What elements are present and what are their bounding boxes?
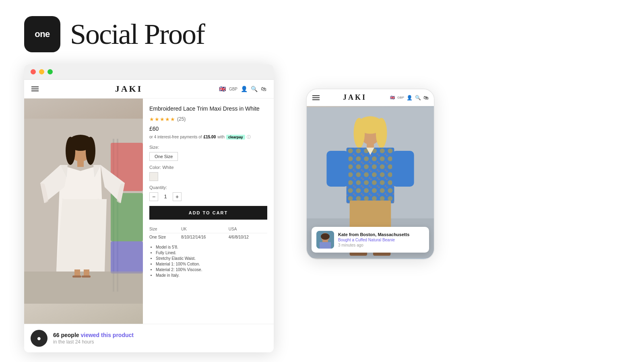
uk-col-header: UK bbox=[181, 225, 229, 233]
clearpay-with: with bbox=[217, 135, 225, 139]
browser-chrome bbox=[24, 64, 274, 80]
social-proof-bar: ● 66 people viewed this product in the l… bbox=[24, 324, 274, 352]
product-bullets: Model is 5'8. Fully Lined. Stretchy Elas… bbox=[149, 245, 267, 278]
quantity-row: − 1 + bbox=[149, 192, 267, 201]
sp-avatar-icon: ● bbox=[37, 334, 41, 343]
bullet-1: Model is 5'8. bbox=[156, 245, 267, 249]
minimize-dot bbox=[39, 69, 44, 74]
gbp-label: GBP bbox=[229, 87, 237, 91]
size-col-header: Size bbox=[149, 225, 181, 233]
mobile-user-icon[interactable]: 👤 bbox=[407, 95, 413, 101]
store-header-right: 🇬🇧 GBP 👤 🔍 🛍 bbox=[219, 86, 266, 92]
svg-rect-34 bbox=[326, 151, 348, 187]
mobile-sp-time: 3 minutes ago bbox=[338, 243, 409, 247]
product-title: Embroidered Lace Trim Maxi Dress in Whit… bbox=[149, 105, 267, 113]
bullet-3: Stretchy Elastic Waist. bbox=[156, 256, 267, 261]
cart-icon[interactable]: 🛍 bbox=[261, 86, 266, 92]
user-icon[interactable]: 👤 bbox=[241, 86, 248, 92]
color-swatch-white[interactable] bbox=[149, 172, 158, 181]
mobile-sp-name: Kate from Boston, Massachusetts bbox=[338, 232, 409, 237]
star-rating: ★★★★★ bbox=[149, 116, 175, 122]
store-header: JAKI 🇬🇧 GBP 👤 🔍 🛍 bbox=[24, 80, 274, 99]
quantity-decrease-button[interactable]: − bbox=[149, 192, 158, 201]
search-icon[interactable]: 🔍 bbox=[251, 86, 258, 92]
usa-col-header: USA bbox=[229, 225, 267, 233]
clearpay-badge: clearpay bbox=[226, 135, 245, 140]
size-cell: One Size bbox=[149, 233, 181, 241]
quantity-increase-button[interactable]: + bbox=[173, 192, 182, 201]
maximize-dot bbox=[47, 69, 53, 74]
bullet-5: Material 2: 100% Viscose. bbox=[156, 267, 267, 272]
color-label: Color: White bbox=[149, 165, 267, 170]
mobile-search-icon[interactable]: 🔍 bbox=[415, 95, 421, 101]
hamburger-menu[interactable] bbox=[31, 86, 39, 91]
product-image bbox=[24, 99, 143, 324]
size-button[interactable]: One Size bbox=[149, 152, 178, 161]
svg-rect-18 bbox=[72, 276, 81, 278]
svg-rect-45 bbox=[320, 242, 331, 249]
svg-point-10 bbox=[86, 137, 95, 165]
mobile-store-logo: JAKI bbox=[320, 93, 390, 102]
size-table-row: One Size 8/10/12/14/16 4/6/8/10/12 bbox=[149, 233, 267, 241]
mobile-flag-icon: 🇬🇧 bbox=[390, 95, 395, 100]
mobile-sp-info: Kate from Boston, Massachusetts Bought a… bbox=[338, 232, 409, 247]
clearpay-text: or 4 interest-free payments of bbox=[149, 135, 202, 139]
product-details: Embroidered Lace Trim Maxi Dress in Whit… bbox=[143, 99, 274, 324]
mobile-hamburger[interactable] bbox=[312, 95, 320, 100]
desktop-browser-mockup: JAKI 🇬🇧 GBP 👤 🔍 🛍 bbox=[24, 64, 274, 352]
sp-avatar: ● bbox=[31, 330, 47, 347]
product-area: Embroidered Lace Trim Maxi Dress in Whit… bbox=[24, 99, 274, 324]
sp-text-block: 66 people viewed this product in the las… bbox=[53, 332, 134, 345]
store-logo: JAKI bbox=[39, 84, 219, 94]
svg-rect-5 bbox=[111, 241, 143, 274]
mobile-sp-avatar bbox=[316, 231, 334, 249]
clearpay-info-icon[interactable]: ⓘ bbox=[247, 134, 251, 140]
quantity-label: Quantity: bbox=[149, 185, 267, 190]
main-content: JAKI 🇬🇧 GBP 👤 🔍 🛍 bbox=[0, 60, 644, 352]
svg-point-24 bbox=[354, 118, 365, 148]
product-price: £60 bbox=[149, 125, 267, 132]
flag-icon: 🇬🇧 bbox=[219, 86, 226, 92]
svg-rect-19 bbox=[82, 276, 91, 278]
clearpay-amount: £15.00 bbox=[204, 135, 216, 139]
mobile-header-right: 🇬🇧 GBP 👤 🔍 🛍 bbox=[390, 95, 428, 101]
svg-rect-28 bbox=[347, 148, 394, 203]
bullet-2: Fully Lined. bbox=[156, 251, 267, 255]
bullet-4: Material 1: 100% Cotton. bbox=[156, 262, 267, 266]
svg-point-25 bbox=[376, 118, 387, 148]
clearpay-row: or 4 interest-free payments of £15.00 wi… bbox=[149, 134, 267, 140]
app-logo-icon: one bbox=[24, 16, 60, 52]
stars-row: ★★★★★ (25) bbox=[149, 116, 267, 122]
svg-point-43 bbox=[321, 233, 330, 240]
add-to-cart-button[interactable]: ADD TO CART bbox=[149, 206, 267, 220]
svg-point-9 bbox=[66, 137, 75, 165]
product-image-container bbox=[24, 99, 143, 324]
mobile-product-image: Kate from Boston, Massachusetts Bought a… bbox=[307, 106, 434, 259]
uk-cell: 8/10/12/14/16 bbox=[181, 233, 229, 241]
quantity-value: 1 bbox=[162, 193, 169, 200]
size-table: Size UK USA One Size 8/10/12/14/16 4/6/8… bbox=[149, 225, 267, 241]
sp-count: 66 people bbox=[53, 332, 79, 338]
svg-rect-35 bbox=[392, 151, 414, 187]
store-header-left bbox=[31, 86, 39, 91]
mobile-social-proof-card: Kate from Boston, Massachusetts Bought a… bbox=[312, 227, 429, 253]
usa-cell: 4/6/8/10/12 bbox=[229, 233, 267, 241]
bullet-6: Made in Italy. bbox=[156, 273, 267, 278]
close-dot bbox=[31, 69, 36, 74]
sp-main-text: 66 people viewed this product bbox=[53, 332, 134, 338]
svg-rect-4 bbox=[111, 193, 143, 241]
review-count: (25) bbox=[177, 116, 186, 122]
sp-sub-text: in the last 24 hours bbox=[53, 339, 134, 345]
app-header: one Social Proof bbox=[0, 0, 644, 60]
sp-action: viewed this product bbox=[80, 332, 133, 338]
app-title: Social Proof bbox=[70, 18, 204, 51]
mobile-gbp-label: GBP bbox=[397, 96, 404, 99]
mobile-store-header: JAKI 🇬🇧 GBP 👤 🔍 🛍 bbox=[307, 89, 434, 106]
mobile-browser-mockup: JAKI 🇬🇧 GBP 👤 🔍 🛍 bbox=[306, 88, 435, 260]
size-label: Size: bbox=[149, 145, 267, 150]
svg-rect-11 bbox=[77, 159, 84, 167]
svg-marker-15 bbox=[56, 199, 107, 272]
mobile-cart-icon[interactable]: 🛍 bbox=[423, 95, 428, 101]
mobile-sp-action: Bought a Cuffed Natural Beanie bbox=[338, 238, 409, 242]
